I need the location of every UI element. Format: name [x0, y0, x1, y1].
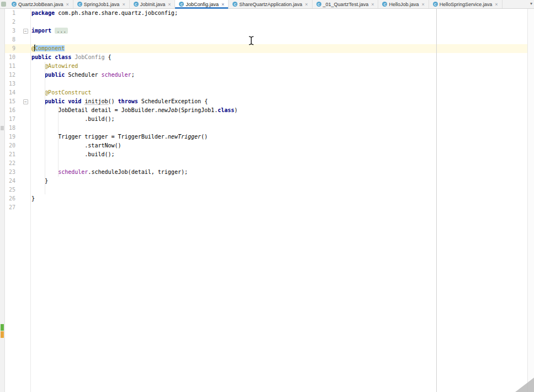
stripe-mark: [1, 126, 4, 130]
stripe-mark: [1, 331, 4, 338]
code-line[interactable]: 20 .startNow(): [0, 141, 534, 150]
code-line[interactable]: 13: [0, 80, 534, 88]
stripe-mark: [1, 324, 4, 331]
code-line[interactable]: 18: [0, 124, 534, 133]
line-number: 14: [5, 88, 15, 97]
line-number: 12: [5, 71, 15, 80]
code-line[interactable]: 11 @Autowired: [0, 62, 534, 71]
close-icon[interactable]: ×: [495, 2, 498, 7]
code-line[interactable]: 8: [0, 35, 534, 44]
tab-label: SpringJob1.java: [84, 0, 120, 9]
close-icon[interactable]: ×: [221, 2, 224, 7]
line-number: 24: [5, 177, 15, 186]
editor-scrollbar[interactable]: [527, 9, 534, 392]
tab-HelloJob.java[interactable]: CHelloJob.java×: [378, 0, 429, 8]
tab-JobInit.java[interactable]: CJobInit.java×: [130, 0, 176, 8]
code-text: }: [31, 194, 35, 203]
tab-label: HelloSpringService.java: [440, 0, 493, 9]
line-number: 19: [5, 133, 15, 141]
code-line[interactable]: 9@Component: [0, 44, 534, 53]
java-class-icon: C: [232, 2, 237, 7]
code-line[interactable]: 19 Trigger trigger = TriggerBuilder.newT…: [0, 133, 534, 141]
line-number: 27: [5, 203, 15, 212]
editor-tab-bar: CQuartzJobBean.java×CSpringJob1.java×CJo…: [0, 0, 534, 9]
line-number: 2: [5, 18, 15, 27]
code-text: .build();: [31, 150, 115, 159]
java-class-icon: C: [382, 2, 387, 7]
close-icon[interactable]: ×: [122, 2, 125, 7]
code-line[interactable]: 22: [0, 159, 534, 168]
line-number: 21: [5, 150, 15, 159]
code-text: public void initjob() throws SchedulerEx…: [31, 97, 208, 106]
left-tool-window-stripe: [0, 9, 5, 392]
indent-guide: [58, 106, 59, 177]
code-line[interactable]: 25: [0, 186, 534, 194]
fold-indicator[interactable]: −: [15, 29, 30, 34]
code-line[interactable]: 21 .build();: [0, 150, 534, 159]
code-lines: 1package com.ph.share.share.quartz.jobco…: [0, 9, 534, 212]
code-line[interactable]: 3−import ...: [0, 27, 534, 35]
tab-HelloSpringService.java[interactable]: CHelloSpringService.java×: [429, 0, 503, 8]
code-line[interactable]: 17 .build();: [0, 115, 534, 124]
tab-SpringJob1.java[interactable]: CSpringJob1.java×: [73, 0, 130, 8]
line-number: 20: [5, 141, 15, 150]
line-number: 23: [5, 168, 15, 177]
code-line[interactable]: 12 public Scheduler scheduler;: [0, 71, 534, 80]
java-class-icon: C: [77, 2, 82, 7]
line-number: 26: [5, 194, 15, 203]
tab-ShareQuartzApplication.java[interactable]: CShareQuartzApplication.java×: [229, 0, 312, 8]
code-text: public class JobConfig {: [31, 53, 112, 62]
tab-JobConfig.java[interactable]: CJobConfig.java×: [175, 0, 229, 8]
code-line[interactable]: 23 scheduler.scheduleJob(detail, trigger…: [0, 168, 534, 177]
close-icon[interactable]: ×: [371, 2, 374, 7]
tab-QuartzJobBean.java[interactable]: CQuartzJobBean.java×: [8, 0, 73, 8]
code-line[interactable]: 1package com.ph.share.share.quartz.jobco…: [0, 9, 534, 18]
java-class-icon: C: [134, 2, 139, 7]
resize-corner-grip[interactable]: [515, 378, 534, 392]
line-number: 1: [5, 9, 15, 18]
fold-minus-icon[interactable]: −: [23, 99, 28, 104]
java-class-icon: C: [179, 2, 184, 7]
java-class-icon: C: [316, 2, 321, 7]
line-number: 15: [5, 97, 15, 106]
fold-minus-icon[interactable]: −: [23, 29, 28, 34]
line-number: 13: [5, 80, 15, 88]
tab-overflow-chevron-icon[interactable]: ▾: [530, 1, 532, 6]
tab-label: ShareQuartzApplication.java: [239, 0, 302, 9]
code-text: package com.ph.share.share.quartz.jobcon…: [31, 9, 178, 18]
line-number: 22: [5, 159, 15, 168]
fold-indicator[interactable]: −: [15, 99, 30, 104]
java-class-icon: C: [12, 2, 17, 7]
code-line[interactable]: 26}: [0, 194, 534, 203]
right-margin-guide: [436, 9, 437, 392]
tab-label: JobInit.java: [140, 0, 166, 9]
java-class-icon: C: [433, 2, 438, 7]
code-line[interactable]: 24 }: [0, 177, 534, 186]
line-number: 10: [5, 53, 15, 62]
code-text: import ...: [31, 27, 68, 35]
close-icon[interactable]: ×: [305, 2, 308, 7]
code-editor[interactable]: 1package com.ph.share.share.quartz.jobco…: [0, 9, 534, 392]
line-number: 9: [5, 44, 15, 53]
line-number: 17: [5, 115, 15, 124]
code-text: JobDetail detail = JobBuilder.newJob(Spr…: [31, 106, 237, 115]
code-text: @Autowired: [31, 62, 78, 71]
code-text: .build();: [31, 115, 115, 124]
tab-_01_QuartzTest.java[interactable]: C_01_QuartzTest.java×: [313, 0, 379, 8]
line-number: 3: [5, 27, 15, 35]
code-line[interactable]: 14 @PostConstruct: [0, 88, 534, 97]
code-line[interactable]: 10public class JobConfig {: [0, 53, 534, 62]
code-line[interactable]: 15− public void initjob() throws Schedul…: [0, 97, 534, 106]
code-line[interactable]: 16 JobDetail detail = JobBuilder.newJob(…: [0, 106, 534, 115]
code-text: public Scheduler scheduler;: [31, 71, 135, 80]
close-icon[interactable]: ×: [421, 2, 424, 7]
code-line[interactable]: 27: [0, 203, 534, 212]
code-text: @PostConstruct: [31, 88, 91, 97]
code-text: scheduler.scheduleJob(detail, trigger);: [31, 168, 188, 177]
tool-window-stripe-icon: [1, 2, 6, 7]
close-icon[interactable]: ×: [66, 2, 69, 7]
code-line[interactable]: 2: [0, 18, 534, 27]
close-icon[interactable]: ×: [168, 2, 171, 7]
tab-label: QuartzJobBean.java: [18, 0, 64, 9]
text-cursor-pointer: [248, 36, 255, 47]
